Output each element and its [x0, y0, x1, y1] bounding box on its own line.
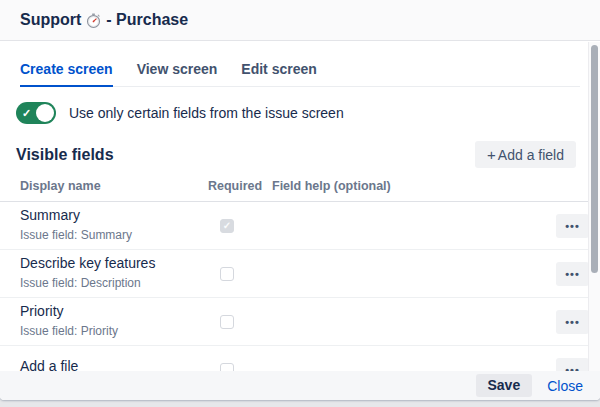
tab-create-screen[interactable]: Create screen — [20, 61, 113, 87]
field-name-cell: Describe key features Issue field: Descr… — [20, 257, 208, 290]
required-cell — [208, 315, 272, 329]
required-checkbox: ✓ — [220, 219, 234, 233]
plus-icon: + — [487, 146, 496, 163]
required-checkbox[interactable] — [220, 267, 234, 281]
use-certain-fields-row: ✓ Use only certain fields from the issue… — [16, 102, 584, 124]
modal-title-suffix: - Purchase — [106, 11, 188, 29]
field-issue-field: Issue field: Description — [20, 276, 208, 290]
field-display-name: Describe key features — [20, 255, 208, 271]
stopwatch-icon — [86, 13, 101, 28]
field-name-cell: Priority Issue field: Priority — [20, 305, 208, 338]
toggle-knob — [36, 104, 54, 122]
table-header-row: Display name Required Field help (option… — [0, 179, 600, 202]
field-name-cell: Summary Issue field: Summary — [20, 209, 208, 242]
modal-title: Support - Purchase — [20, 11, 188, 29]
field-issue-field: Issue field: Summary — [20, 228, 208, 242]
table-body: Summary Issue field: Summary ✓ ••• Descr… — [0, 202, 600, 394]
field-display-name: Priority — [20, 303, 208, 319]
col-header-display-name: Display name — [20, 179, 208, 193]
visible-fields-header-row: Visible fields + Add a field — [16, 141, 584, 168]
field-display-name: Summary — [20, 207, 208, 223]
required-cell — [208, 267, 272, 281]
field-issue-field: Issue field: Priority — [20, 324, 208, 338]
table-row: Summary Issue field: Summary ✓ ••• — [0, 202, 600, 250]
col-header-field-help: Field help (optional) — [272, 179, 532, 193]
table-row: Priority Issue field: Priority ••• — [0, 298, 600, 346]
row-menu-button[interactable]: ••• — [556, 310, 589, 334]
visible-fields-heading: Visible fields — [16, 146, 114, 164]
save-button[interactable]: Save — [476, 374, 533, 397]
col-header-required: Required — [208, 179, 272, 193]
row-menu-button[interactable]: ••• — [556, 262, 589, 286]
vertical-scrollbar-thumb[interactable] — [591, 45, 598, 273]
required-checkbox[interactable] — [220, 315, 234, 329]
row-menu-button[interactable]: ••• — [556, 214, 589, 238]
modal-header: Support - Purchase — [0, 0, 600, 41]
toggle-label: Use only certain fields from the issue s… — [69, 105, 344, 121]
toggle-check-icon: ✓ — [22, 106, 31, 120]
tab-bar: Create screen View screen Edit screen — [20, 61, 580, 87]
add-a-field-label: Add a field — [498, 147, 564, 163]
required-cell: ✓ — [208, 219, 272, 233]
close-button[interactable]: Close — [547, 378, 583, 394]
use-certain-fields-toggle[interactable]: ✓ — [16, 102, 56, 124]
modal-dialog: Support - Purchase Create screen View sc… — [0, 0, 600, 400]
visible-fields-table: Display name Required Field help (option… — [0, 179, 600, 394]
modal-footer: Save Close — [0, 371, 600, 400]
vertical-scrollbar-track[interactable] — [588, 42, 600, 371]
add-a-field-button[interactable]: + Add a field — [475, 141, 576, 168]
tab-edit-screen[interactable]: Edit screen — [241, 61, 316, 87]
modal-title-prefix: Support — [20, 11, 81, 29]
table-row: Describe key features Issue field: Descr… — [0, 250, 600, 298]
tab-view-screen[interactable]: View screen — [137, 61, 218, 87]
